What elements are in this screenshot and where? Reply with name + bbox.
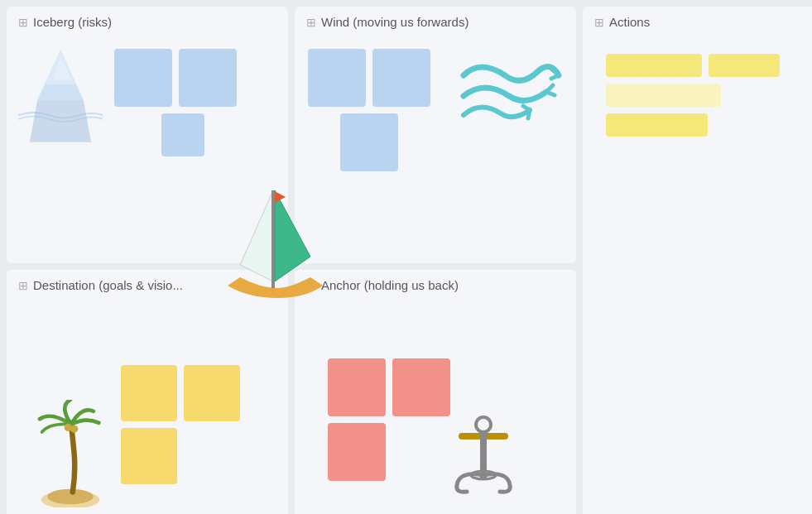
wind-title-text: Wind (moving us forwards) (321, 15, 468, 29)
anchor-title: ⊞ Anchor (holding us back) (295, 270, 576, 297)
action-bar-1a[interactable] (606, 54, 702, 77)
destination-title-text: Destination (goals & visio... (33, 278, 183, 292)
anchor-card-1[interactable] (328, 358, 386, 416)
anchor-title-text: Anchor (holding us back) (321, 278, 459, 292)
wind-card-1[interactable] (308, 49, 366, 107)
iceberg-content (7, 34, 288, 257)
anchor-card-2[interactable] (392, 358, 450, 416)
action-bar-3[interactable] (606, 113, 708, 137)
dest-card-3[interactable] (121, 428, 177, 484)
actions-title: ⊞ Actions (583, 7, 812, 34)
iceberg-title-text: Iceberg (risks) (33, 15, 112, 29)
svg-marker-2 (30, 100, 91, 142)
anchor-cards (328, 358, 450, 497)
anchor-card-3[interactable] (328, 423, 386, 481)
destination-content (7, 297, 288, 514)
iceberg-card-1[interactable] (114, 49, 172, 107)
actions-panel: ⊞ Actions (583, 7, 812, 514)
grid-icon-anchor: ⊞ (306, 279, 316, 292)
wind-card-2[interactable] (372, 49, 430, 107)
iceberg-title: ⊞ Iceberg (risks) (7, 7, 288, 34)
svg-rect-10 (480, 438, 487, 475)
iceberg-card-3[interactable] (161, 113, 204, 156)
anchor-panel: ⊞ Anchor (holding us back) (295, 270, 576, 514)
board: ⊞ Iceberg (risks) (0, 0, 812, 514)
actions-content (583, 34, 812, 514)
wind-illustration (455, 50, 563, 133)
destination-panel: ⊞ Destination (goals & visio... (7, 270, 288, 514)
iceberg-card-2[interactable] (179, 49, 237, 107)
svg-point-13 (479, 432, 488, 440)
dest-card-1[interactable] (121, 365, 177, 421)
svg-point-8 (476, 417, 491, 432)
iceberg-cards (114, 42, 237, 156)
wind-cards (308, 42, 430, 171)
svg-point-7 (70, 425, 78, 433)
grid-icon-iceberg: ⊞ (18, 16, 28, 29)
actions-title-text: Actions (609, 15, 650, 29)
grid-icon-wind: ⊞ (306, 16, 316, 29)
svg-point-12 (479, 471, 488, 479)
wind-card-3[interactable] (340, 113, 398, 171)
destination-title: ⊞ Destination (goals & visio... (7, 270, 288, 297)
anchor-content (295, 297, 576, 514)
destination-cards (121, 365, 240, 504)
action-bar-2[interactable] (606, 84, 721, 107)
wind-panel: ⊞ Wind (moving us forwards) (295, 7, 576, 263)
grid-icon-actions: ⊞ (594, 16, 604, 29)
wind-content (295, 34, 576, 257)
dest-card-2[interactable] (184, 365, 240, 421)
grid-icon-destination: ⊞ (18, 279, 28, 292)
wind-title: ⊞ Wind (moving us forwards) (295, 7, 576, 34)
palm-illustration (33, 400, 108, 507)
anchor-illustration (450, 415, 517, 497)
iceberg-panel: ⊞ Iceberg (risks) (7, 7, 288, 263)
action-bar-1b[interactable] (709, 54, 779, 77)
iceberg-illustration (15, 42, 106, 150)
